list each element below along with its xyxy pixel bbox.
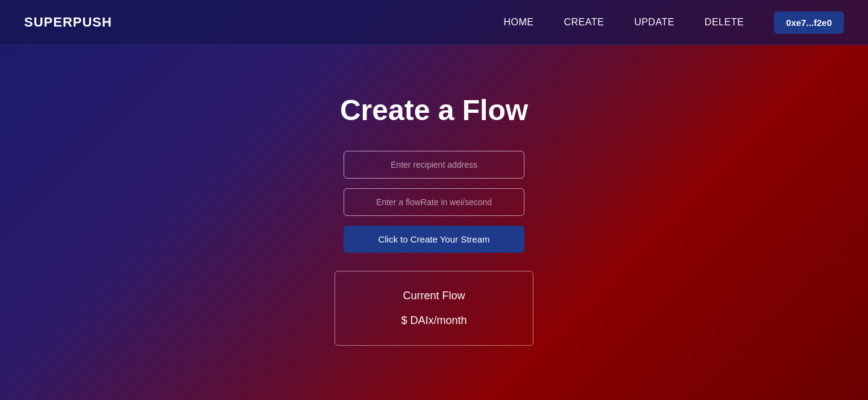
current-flow-title: Current Flow — [403, 290, 465, 302]
create-flow-form: Click to Create Your Stream — [0, 151, 868, 253]
navbar: SUPERPUSH HOME CREATE UPDATE DELETE 0xe7… — [0, 0, 868, 45]
nav-update[interactable]: UPDATE — [634, 17, 675, 28]
nav-links: HOME CREATE UPDATE DELETE 0xe7...f2e0 — [503, 11, 844, 34]
create-stream-button[interactable]: Click to Create Your Stream — [344, 226, 524, 253]
wallet-button[interactable]: 0xe7...f2e0 — [774, 11, 844, 34]
recipient-address-input[interactable] — [344, 151, 524, 179]
nav-create[interactable]: CREATE — [564, 17, 604, 28]
nav-delete[interactable]: DELETE — [705, 17, 744, 28]
page-title: Create a Flow — [340, 94, 528, 127]
flowrate-input[interactable] — [344, 188, 524, 216]
current-flow-card: Current Flow $ DAIx/month — [335, 271, 533, 346]
nav-home[interactable]: HOME — [503, 17, 533, 28]
main-content: Create a Flow Click to Create Your Strea… — [0, 45, 868, 346]
brand-logo: SUPERPUSH — [24, 14, 112, 30]
current-flow-value: $ DAIx/month — [401, 314, 467, 327]
